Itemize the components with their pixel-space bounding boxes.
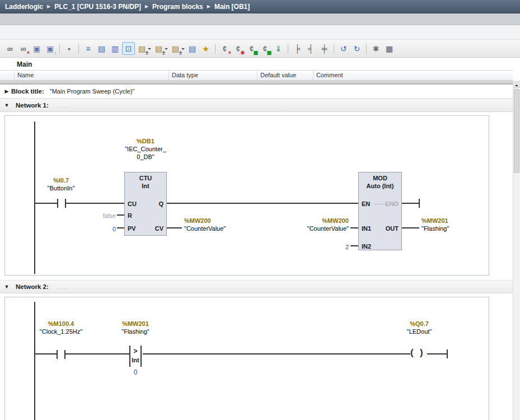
pin-cu: CU — [128, 200, 137, 207]
wire — [402, 227, 419, 228]
download-icon[interactable]: ⇓ — [272, 42, 285, 55]
collapse-triangle-icon[interactable]: ▼ — [2, 102, 11, 108]
keep-values-icon[interactable]: ▪ — [63, 42, 76, 55]
wire — [35, 353, 57, 354]
call-environment-icon[interactable]: ¢▦ — [245, 42, 258, 55]
network2-header[interactable]: ▼ Network 2: ..... — [0, 280, 513, 293]
apply-snapshot-icon[interactable]: ▣↓ — [44, 42, 57, 55]
open-all-networks-icon[interactable]: ▤ — [95, 42, 108, 55]
tab-strip-band — [0, 13, 520, 25]
snapshot-icon[interactable]: ▣ — [30, 42, 43, 55]
wire — [350, 245, 358, 246]
r-input-value[interactable]: false — [83, 212, 116, 220]
collapse-triangle-icon[interactable]: ▶ — [2, 88, 11, 94]
pin-eno: ENO — [385, 200, 399, 207]
breadcrumb-item-plc[interactable]: PLC_1 [CPU 1516-3 PN/DP] — [54, 3, 141, 11]
column-header-empty — [0, 71, 15, 80]
previous-jump-icon[interactable]: ↺ — [337, 42, 350, 55]
network2-canvas[interactable]: %M100.4 "Clock_1.25Hz" > Int 0 %MW201 "F… — [4, 297, 489, 420]
box-mode: Auto (Int) — [359, 182, 401, 190]
contact-clock[interactable] — [55, 349, 67, 360]
wire — [350, 227, 358, 228]
in1-operand-label[interactable]: %MW200 "CounterValue" — [257, 217, 349, 232]
scrollbar-thumb[interactable] — [514, 89, 519, 173]
network1-title: Network 1: — [16, 102, 49, 109]
operand-name: "ButtonIn" — [30, 184, 92, 192]
coil-close: ) — [420, 348, 423, 358]
breadcrumb-item-main-ob1[interactable]: Main [OB1] — [214, 3, 250, 11]
box-style-icon[interactable]: ▤± — [169, 42, 182, 55]
in2-input-value[interactable]: 2 — [312, 242, 349, 251]
ctu-counter-box[interactable]: CTU Int CU Q R PV CV — [124, 172, 167, 236]
pin-out: OUT — [386, 225, 399, 232]
pin-r: R — [128, 212, 132, 219]
operand-name: "CounterValue" — [257, 225, 349, 232]
block-interface-title: Main — [17, 58, 32, 68]
stop-monitor-icon[interactable]: ¢⊗ — [232, 42, 245, 55]
block-title-value[interactable]: "Main Program Sweep (Cycle)" — [50, 88, 134, 95]
operand-address: %MW200 — [184, 217, 257, 225]
contact-buttonin[interactable] — [56, 198, 67, 209]
wire — [117, 227, 124, 228]
breadcrumb-separator-icon: ▶ — [145, 4, 148, 9]
network-comments-icon[interactable]: ▤ — [186, 42, 199, 55]
close-branch-icon[interactable]: ╡ — [304, 42, 317, 55]
cv-operand-label[interactable]: %MW200 "CounterValue" — [184, 217, 257, 232]
block-title-row[interactable]: ▶ Block title: "Main Program Sweep (Cycl… — [0, 85, 513, 99]
coil-style-icon[interactable]: ▤± — [152, 42, 165, 55]
cancel-call-icon[interactable]: ¢× — [218, 42, 231, 55]
network1-header[interactable]: ▼ Network 1: ..... — [0, 99, 513, 112]
settings-icon[interactable]: ✱ — [369, 42, 382, 55]
crossing-branch-icon[interactable]: ╪ — [318, 42, 331, 55]
toolbar-separator — [215, 44, 216, 54]
breadcrumb-separator-icon: ▶ — [207, 4, 210, 9]
network1-comment[interactable]: ..... — [58, 102, 69, 109]
memory-layout-icon[interactable]: ▦ — [383, 42, 396, 55]
operand-label-flashing[interactable]: %MW201 "Flashing" — [99, 320, 172, 335]
interface-table-header: Name Data type Default value Comment — [0, 70, 513, 81]
insert-branch-icon[interactable]: ╞ — [291, 42, 304, 55]
insert-network-icon[interactable]: ≡ — [82, 42, 95, 55]
operand-label-clock[interactable]: %M100.4 "Clock_1.25Hz" — [25, 320, 97, 335]
next-jump-icon[interactable]: ↻ — [350, 42, 363, 55]
monitor-off-icon[interactable]: ∞× — [17, 42, 30, 55]
operand-address: %I0.7 — [30, 176, 92, 184]
coil-open: ( — [410, 348, 414, 358]
compare-bar — [140, 346, 142, 367]
breadcrumb-item-program-blocks[interactable]: Program blocks — [152, 3, 203, 11]
wire — [66, 203, 124, 204]
interface-splitter[interactable] — [0, 81, 513, 85]
monitor-on-icon[interactable]: ∞ — [3, 42, 16, 55]
absolute-operands-icon[interactable]: ▤± — [135, 42, 148, 55]
operand-label-ledout[interactable]: %Q0.7 "LEDout" — [382, 320, 456, 335]
call-hierarchy-icon[interactable]: ¢▦ — [259, 42, 271, 55]
operand-name: "Flashing" — [99, 328, 172, 335]
compare-data-type: Int — [130, 357, 140, 364]
pv-input-value[interactable]: 0 — [83, 225, 116, 233]
pin-en: EN — [362, 200, 370, 207]
network2-comment[interactable]: ..... — [58, 283, 69, 290]
vertical-scrollbar[interactable] — [513, 81, 520, 420]
operand-label-buttonin[interactable]: %I0.7 "ButtonIn" — [30, 176, 92, 192]
show-comments-icon[interactable]: ⊡ — [122, 42, 135, 55]
operand-name: "Clock_1.25Hz" — [25, 328, 97, 335]
close-all-networks-icon[interactable]: ▥ — [109, 42, 121, 55]
block-title-label: Block title: — [11, 88, 44, 95]
instance-db-label[interactable]: %DB1 "IEC_Counter_ 0_DB" — [98, 137, 193, 161]
collapse-triangle-icon[interactable]: ▼ — [2, 284, 11, 290]
compare-contact[interactable]: > Int 0 — [128, 344, 143, 379]
coil-ledout[interactable]: ( ) — [409, 347, 427, 360]
favorites-icon[interactable]: ★ — [199, 42, 212, 55]
rung-end-tick — [447, 349, 448, 358]
breadcrumb-item-project[interactable]: Ladderlogic — [5, 3, 43, 11]
compare-value[interactable]: 0 — [123, 369, 148, 376]
scroll-up-arrow-icon[interactable] — [513, 81, 520, 88]
network1-canvas[interactable]: %I0.7 "ButtonIn" %DB1 "IEC_Counter_ 0_DB… — [4, 115, 489, 276]
wire — [427, 353, 447, 354]
column-header-comment: Comment — [313, 71, 513, 80]
out-operand-label[interactable]: %MW201 "Flashing" — [421, 217, 489, 232]
toolbar-separator — [288, 44, 288, 54]
breadcrumb-separator-icon: ▶ — [47, 4, 50, 9]
mod-box[interactable]: MOD Auto (Int) EN ENO IN1 IN2 OUT — [358, 172, 402, 250]
breadcrumb: Ladderlogic ▶ PLC_1 [CPU 1516-3 PN/DP] ▶… — [0, 0, 520, 13]
